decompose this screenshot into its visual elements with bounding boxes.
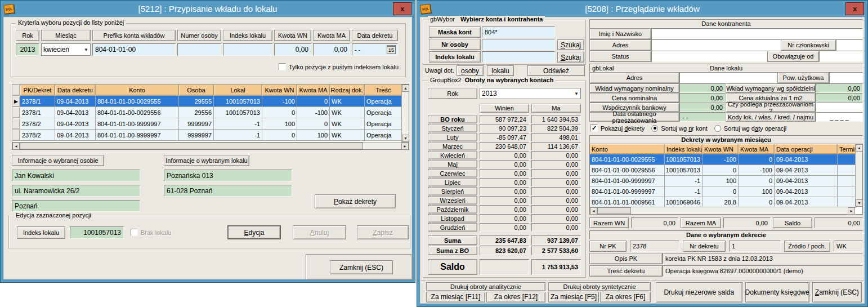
zamknij-button[interactable]: Zamknij (ESC) — [330, 260, 393, 274]
uwagi-lokalu-button[interactable]: lokalu — [487, 65, 514, 76]
checkbox-icon[interactable]: ✓ — [590, 124, 598, 132]
lokal-tag: gbLokal — [592, 65, 614, 72]
table-row[interactable]: 2378/2 09-04-2013 804-01-01-00-9999997 9… — [12, 118, 409, 130]
vertical-scrollbar[interactable]: ▲ ▼ — [855, 144, 862, 207]
grid-col-lokal[interactable]: Lokal — [214, 84, 262, 96]
grid-col-kwota-ma[interactable]: Kwota MA — [297, 84, 330, 96]
cell: 804-01-01-00-0029556 — [96, 107, 179, 118]
scroll-left-icon[interactable]: ◄ — [12, 143, 20, 150]
grid-col-osoba[interactable]: Osoba — [179, 84, 214, 96]
scroll-up-icon[interactable]: ▲ — [856, 144, 863, 152]
grid-col-tresc[interactable]: Treść — [365, 84, 402, 96]
data-dekretu-input[interactable]: - - 15 — [352, 43, 398, 56]
rok-select[interactable]: 2013 ▼ — [480, 88, 581, 99]
uwagi-osoby-button[interactable]: osoby — [457, 65, 484, 76]
scroll-right-icon[interactable]: ► — [401, 143, 409, 150]
table-row[interactable]: 804-01-01-00-9999997 -1 0 100 09-04-2013 — [590, 186, 862, 197]
kwota-wn-input[interactable]: 0,00 — [274, 43, 311, 56]
grid-col-termin[interactable]: Termin — [838, 144, 856, 154]
grid-col-data-operacji[interactable]: Data operacji — [775, 144, 838, 154]
horizontal-scrollbar[interactable]: ◄ ► — [12, 142, 409, 149]
grid-col-konto[interactable]: Konto — [96, 84, 179, 96]
scrollbar-thumb[interactable] — [597, 207, 631, 214]
edycja-button[interactable]: Edycja — [227, 225, 281, 239]
ma-header: Ma — [531, 104, 581, 113]
table-row[interactable]: 2378/2 09-04-2013 804-01-01-00-9999997 9… — [12, 130, 409, 141]
only-empty-index-checkbox[interactable]: ✓ Tylko pozycje z pustym indeksem lokalu — [279, 63, 399, 70]
za-miesiac-f11-button[interactable]: Za miesiąc [F11] — [426, 292, 485, 302]
grid-col-kwota-ma[interactable]: Kwota MA — [739, 144, 775, 154]
sort-by-konto-radio[interactable]: Sortuj wg nr kont — [651, 125, 708, 132]
nr-osoby-label: Nr osoby — [429, 39, 481, 50]
miesiac-select[interactable]: kwiecień▼ — [41, 43, 91, 56]
chevron-down-icon[interactable]: ▼ — [572, 88, 580, 99]
table-row[interactable]: ▶ 2378/1 09-04-2013 804-01-01-00-0029555… — [12, 96, 409, 107]
adres-input[interactable] — [651, 39, 781, 51]
grid-col-konto[interactable]: Konto — [590, 144, 665, 154]
brak-lokalu-checkbox[interactable]: ✓ Brak lokalu — [131, 229, 171, 236]
pokazuj-dekrety-checkbox[interactable]: ✓ Pokazuj dekrety — [590, 124, 645, 132]
indeks-lokalu-input[interactable] — [482, 51, 555, 63]
nr-osoby-input[interactable] — [482, 39, 555, 50]
szukaj-osoby-button[interactable]: Szukaj — [557, 39, 584, 50]
vertical-scrollbar[interactable]: ▲ ▼ — [401, 84, 409, 142]
scroll-left-icon[interactable]: ◄ — [590, 207, 597, 215]
grid-col-pk-dekret[interactable]: PK/Dekret — [20, 84, 55, 96]
scroll-right-icon[interactable]: ► — [848, 207, 855, 215]
indeks-lokalu-value[interactable]: 1001057013 — [70, 226, 124, 239]
close-icon[interactable]: x — [845, 2, 864, 15]
calendar-icon[interactable]: 15 — [387, 45, 396, 54]
ma-value: 0,00 — [531, 196, 581, 204]
prefiks-konta-input[interactable]: 804-01-01-00 — [92, 43, 176, 56]
grid-col-indeks[interactable]: Indeks lokalu — [665, 144, 703, 154]
scroll-down-icon[interactable]: ▼ — [856, 199, 863, 207]
za-okres-f6-button[interactable]: Za okres [F6] — [600, 292, 651, 302]
scrollbar-thumb[interactable] — [20, 143, 363, 149]
numer-osoby-input[interactable] — [177, 43, 221, 56]
table-row[interactable]: 2378/1 09-04-2013 804-01-01-00-0029556 2… — [12, 107, 409, 118]
show-decrees-button[interactable]: Pokaż dekrety — [315, 194, 396, 208]
zamknij-button[interactable]: Zamknij (ESC) — [812, 282, 862, 302]
anuluj-button[interactable]: Anuluj — [293, 225, 346, 239]
cell: 2378/2 — [20, 118, 55, 130]
titlebar[interactable]: [5212] : Przypisanie wkładu do lokalu SQ… — [1, 1, 415, 17]
radio-icon[interactable] — [714, 125, 721, 132]
grid-col-kwota-wn[interactable]: Kwota WN — [703, 144, 739, 154]
indeks-lokalu-input[interactable] — [223, 43, 272, 56]
obowiazuje-input[interactable] — [819, 51, 863, 62]
rok-field[interactable]: 2013 — [16, 43, 39, 56]
grid-col-kwota-wn[interactable]: Kwota WN — [262, 84, 297, 96]
horizontal-scrollbar[interactable]: ◄ ► — [590, 207, 855, 214]
radio-icon[interactable] — [651, 125, 658, 132]
maska-kont-input[interactable]: 804* — [482, 26, 555, 38]
zapisz-button[interactable]: Zapisz — [357, 225, 409, 239]
winien-value: 0,00 — [480, 205, 529, 213]
chevron-down-icon[interactable]: ▼ — [82, 44, 90, 55]
odswiez-button[interactable]: Odśwież — [527, 65, 585, 76]
table-row[interactable]: 804-01-01-00-9999997 -1 100 0 09-04-2013 — [590, 176, 862, 186]
checkbox-icon[interactable]: ✓ — [279, 63, 286, 70]
imie-input[interactable] — [651, 28, 863, 39]
grid-col-rodzaj[interactable]: Rodzaj dok. — [330, 84, 365, 96]
titlebar[interactable]: [5208] : Przeglądanie wkładów SQL x — [417, 1, 867, 17]
lokal-adres-input[interactable] — [679, 72, 777, 83]
nr-czlonkowski-input[interactable] — [836, 39, 863, 51]
scroll-down-icon[interactable]: ▼ — [402, 135, 409, 142]
pow-uzytkowa-input[interactable] — [829, 72, 863, 83]
close-icon[interactable]: x — [393, 2, 411, 15]
table-row[interactable]: 804-01-01-00-0029556 1001057013 0 -100 0… — [590, 165, 862, 176]
za-miesiac-f5-button[interactable]: Za miesiąc [F5] — [548, 292, 599, 302]
grid-col-data-dekretu[interactable]: Data dekretu — [55, 84, 96, 96]
checkbox-icon[interactable]: ✓ — [131, 229, 138, 236]
kwota-ma-input[interactable]: 0,00 — [313, 43, 350, 56]
za-okres-f12-button[interactable]: Za okres [F12] — [486, 292, 545, 302]
status-input[interactable] — [651, 51, 767, 62]
szukaj-lokalu-button[interactable]: Szukaj — [557, 52, 584, 63]
table-row[interactable]: 804-01-01-00-0029555 1001057013 -100 0 0… — [590, 154, 862, 165]
sort-by-data-radio[interactable]: Sortuj wg daty operacji — [714, 125, 786, 132]
col-header-data-dekretu: Data dekretu — [352, 30, 398, 41]
drukuj-niezerowe-button[interactable]: Drukuj niezerowe salda — [656, 282, 742, 302]
scroll-up-icon[interactable]: ▲ — [402, 84, 409, 92]
dokumenty-ksiegowe-button[interactable]: Dokumenty księgowe — [745, 282, 809, 302]
cell: 09-04-2013 — [775, 176, 838, 186]
